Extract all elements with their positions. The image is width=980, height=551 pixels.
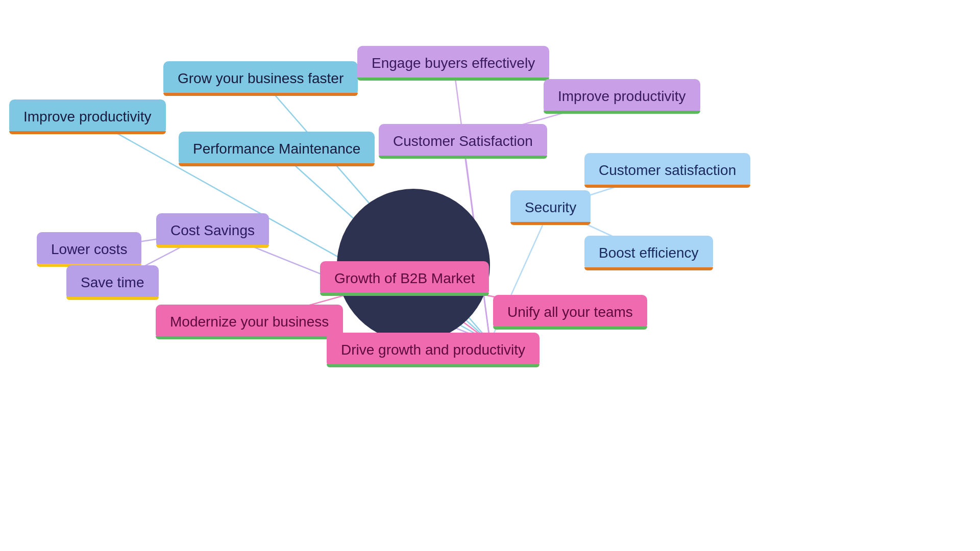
drive-growth-node: Drive growth and productivity [327,333,540,367]
growth-b2b-node: Growth of B2B Market [320,261,489,296]
customer-satisfaction-right-node: Customer satisfaction [584,153,750,188]
customer-satisfaction-top-node: Customer Satisfaction [379,124,547,159]
improve-productivity-left-node: Improve productivity [9,99,166,134]
improve-productivity-right-node: Improve productivity [544,79,700,114]
unify-teams-node: Unify all your teams [493,295,647,330]
performance-maintenance-node: Performance Maintenance [179,132,375,166]
security-node: Security [510,190,591,225]
grow-business-node: Grow your business faster [163,61,358,96]
cost-savings-node: Cost Savings [156,213,269,248]
modernize-business-node: Modernize your business [156,305,343,339]
engage-buyers-node: Engage buyers effectively [357,46,549,81]
boost-efficiency-node: Boost efficiency [584,236,713,270]
save-time-node: Save time [66,265,159,300]
lower-costs-node: Lower costs [37,232,141,267]
